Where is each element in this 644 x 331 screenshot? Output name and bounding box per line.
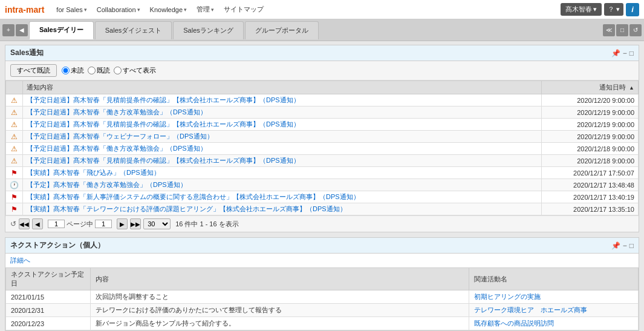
notification-icon-cell: ⚠ [6,107,23,119]
tab-collapse-button[interactable]: ≪ [603,24,615,36]
next-page-button[interactable]: ▶ [117,218,128,229]
notification-content-cell[interactable]: 【予定日超過】髙木智春「見積前提条件の確認」【株式会社ホエールズ商事】（DPS通… [23,155,542,167]
notification-icon-cell: ⚠ [6,131,23,143]
nav-collaboration[interactable]: Collaboration ▾ [92,0,145,19]
top-nav-right: 髙木智春 ▾ ？ ▾ i [561,3,639,16]
notification-row[interactable]: ⚑ 【実績】髙木智春「テレワークにおける評価の課題ヒアリング」【株式会社ホエール… [6,203,639,215]
date-column-header: ネクストアクション予定日 [6,268,91,290]
next-action-header: ネクストアクション（個人） 📌 − □ [5,238,639,254]
filter-read[interactable]: 既読 [88,66,110,75]
notification-row[interactable]: ⚠ 【予定日超過】髙木智春「ウェビナーフォロー」（DPS通知） 2020/12/… [6,131,639,143]
nav-arrow-icon: ▾ [137,7,140,13]
notification-content-cell[interactable]: 【実績】髙木智春「新人事評価システムの概要に関する意識合わせ」【株式会社ホエール… [23,191,542,203]
notification-date-cell: 2020/12/18 9:00:00 [542,143,639,155]
notification-date-cell: 2020/12/20 9:00:00 [542,94,639,107]
total-info: 16 件中 1 - 16 を表示 [175,220,239,229]
action-date-cell: 2021/01/15 [6,290,91,304]
minimize-icon[interactable]: − [623,49,627,57]
notification-date-cell: 2020/12/17 13:40:19 [542,191,639,203]
tab-sales-daily[interactable]: Salesデイリー [29,21,94,39]
notification-row[interactable]: 🕐 【予定】髙木智春「働き方改革勉強会」（DPS通知） 2020/12/17 1… [6,179,639,191]
page-input[interactable] [48,220,65,228]
action-date-cell: 2020/12/23 [6,317,91,330]
notification-row[interactable]: ⚠ 【予定日超過】髙木智春「見積前提条件の確認」【株式会社ホエールズ商事】（DP… [6,119,639,131]
help-button[interactable]: ？ ▾ [604,3,623,16]
per-page-select[interactable]: 30 50 100 [143,218,171,229]
notification-content-cell[interactable]: 【予定日超過】髙木智春「見積前提条件の確認」【株式会社ホエールズ商事】（DPS通… [23,94,542,107]
app-logo: intra-mart [5,5,44,15]
next-action-title: ネクストアクション（個人） [10,240,105,251]
notification-date-cell: 2020/12/17 13:48:48 [542,179,639,191]
pin-icon[interactable]: 📌 [611,241,620,250]
close-icon[interactable]: □ [629,241,634,250]
notification-icon-cell: ⚠ [6,143,23,155]
next-action-row[interactable]: 2020/12/31 テレワークにおける評価のありかたについて整理して報告する … [6,304,639,317]
action-related-cell[interactable]: 既存顧客への商品説明訪問 [469,317,639,330]
action-date-cell: 2020/12/31 [6,304,91,317]
first-page-button[interactable]: ◀◀ [19,218,30,229]
pagination-bar: ↺ ◀◀ ◀ ページ中 ▶ ▶▶ 30 50 100 16 件中 1 - 16 … [5,215,639,232]
next-action-row[interactable]: 2020/12/23 新バージョン商品をサンプル持って紹介する。 既存顧客への商… [6,317,639,330]
notification-content-cell[interactable]: 【予定日超過】髙木智春「ウェビナーフォロー」（DPS通知） [23,131,542,143]
page-number-input[interactable] [95,220,112,228]
all-read-button[interactable]: すべて既読 [10,64,57,77]
notification-row[interactable]: ⚠ 【予定日超過】髙木智春「働き方改革勉強会」（DPS通知） 2020/12/1… [6,107,639,119]
action-related-cell[interactable]: テレワーク環境ヒア ホエールズ商事 [469,304,639,317]
prev-tab-button[interactable]: ◀ [16,24,28,36]
notification-row[interactable]: ⚠ 【予定日超過】髙木智春「働き方改革勉強会」（DPS通知） 2020/12/1… [6,143,639,155]
notification-row[interactable]: ⚑ 【実績】髙木智春「飛び込み」（DPS通知） 2020/12/17 17:50… [6,167,639,179]
info-button[interactable]: i [626,3,639,16]
last-page-button[interactable]: ▶▶ [130,218,141,229]
filter-radio-group: 未読 既読 すべて表示 [62,66,156,75]
notification-row[interactable]: ⚠ 【予定日超過】髙木智春「見積前提条件の確認」【株式会社ホエールズ商事】（DP… [6,155,639,167]
notification-filter-bar: すべて既読 未読 既読 すべて表示 [5,61,639,80]
notification-date-cell: 2020/12/18 9:00:00 [542,155,639,167]
tab-bar: + ◀ Salesデイリー Salesダイジェスト Salesランキング グルー… [0,19,644,41]
panel-icons: 📌 − □ [611,49,634,57]
close-icon[interactable]: □ [629,49,634,57]
tab-group-portal[interactable]: グループポータル [245,21,319,39]
prev-page-button[interactable]: ◀ [32,218,43,229]
next-action-table: ネクストアクション予定日 内容 関連活動名 2021/01/15 次回訪問を調整… [5,267,639,330]
pin-icon[interactable]: 📌 [611,49,620,57]
add-tab-button[interactable]: + [2,24,15,36]
icon-column-header [6,81,23,94]
nav-for-sales[interactable]: for Sales ▾ [51,0,91,19]
minimize-icon[interactable]: − [623,241,627,250]
content-column-header: 内容 [91,268,469,290]
next-action-panel-icons: 📌 − □ [611,241,634,250]
notification-row[interactable]: ⚠ 【予定日超過】髙木智春「見積前提条件の確認」【株式会社ホエールズ商事】（DP… [6,94,639,107]
tab-sales-ranking[interactable]: Salesランキング [173,21,244,39]
notification-content-cell[interactable]: 【予定日超過】髙木智春「働き方改革勉強会」（DPS通知） [23,107,542,119]
notification-icon-cell: ⚑ [6,203,23,215]
top-navigation: intra-mart for Sales ▾ Collaboration ▾ K… [0,0,644,19]
sales-notification-header: Sales通知 📌 − □ [5,45,639,61]
tab-window-button[interactable]: □ [616,24,628,36]
user-menu-button[interactable]: 髙木智春 ▾ [561,3,602,16]
date-column-header[interactable]: 通知日時 ▲ [542,81,639,94]
notification-content-cell[interactable]: 【予定日超過】髙木智春「見積前提条件の確認」【株式会社ホエールズ商事】（DPS通… [23,119,542,131]
nav-admin[interactable]: 管理 ▾ [192,0,219,19]
sort-icon: ▲ [629,85,634,91]
tab-sales-digest[interactable]: Salesダイジェスト [95,21,172,39]
tab-bar-right-controls: ≪ □ ↺ [603,24,642,36]
filter-all[interactable]: すべて表示 [114,66,156,75]
notification-date-cell: 2020/12/19 9:00:00 [542,107,639,119]
tab-refresh-button[interactable]: ↺ [629,24,642,36]
nav-arrow-icon: ▾ [184,7,187,13]
filter-unread[interactable]: 未読 [62,66,84,75]
notification-content-cell[interactable]: 【予定】髙木智春「働き方改革勉強会」（DPS通知） [23,179,542,191]
notification-content-cell[interactable]: 【予定日超過】髙木智春「働き方改革勉強会」（DPS通知） [23,143,542,155]
nav-knowledge[interactable]: Knowledge ▾ [145,0,192,19]
action-related-cell[interactable]: 初期ヒアリングの実施 [469,290,639,304]
notification-icon-cell: 🕐 [6,179,23,191]
refresh-button[interactable]: ↺ [10,220,16,228]
notification-content-cell[interactable]: 【実績】髙木智春「テレワークにおける評価の課題ヒアリング」【株式会社ホエールズ商… [23,203,542,215]
main-content: Sales通知 📌 − □ すべて既読 未読 既読 [0,41,644,331]
notification-row[interactable]: ⚑ 【実績】髙木智春「新人事評価システムの概要に関する意識合わせ」【株式会社ホエ… [6,191,639,203]
nav-sitemap[interactable]: サイトマップ [219,0,268,19]
action-content-cell: 新バージョン商品をサンプル持って紹介する。 [91,317,469,330]
notification-content-cell[interactable]: 【実績】髙木智春「飛び込み」（DPS通知） [23,167,542,179]
detail-link[interactable]: 詳細へ [5,254,35,267]
next-action-row[interactable]: 2021/01/15 次回訪問を調整すること 初期ヒアリングの実施 [6,290,639,304]
